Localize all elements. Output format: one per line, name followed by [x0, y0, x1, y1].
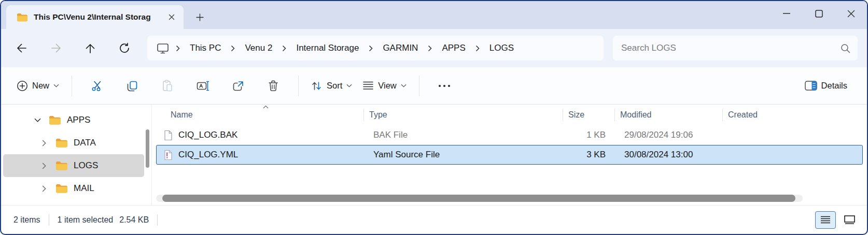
ellipsis-icon — [438, 84, 451, 87]
horizontal-scrollbar[interactable] — [156, 195, 803, 202]
share-button[interactable] — [226, 75, 250, 97]
chevron-right-icon — [475, 45, 480, 52]
cut-icon — [91, 80, 103, 92]
titlebar: This PC\Venu 2\Internal Storag — [1, 1, 867, 29]
folder-icon — [55, 138, 67, 148]
file-name: CIQ_LOG.BAK — [178, 130, 237, 140]
trash-icon — [268, 80, 278, 92]
more-options-button[interactable] — [432, 75, 457, 97]
chevron-right-icon — [282, 45, 286, 52]
column-headers: Name Type Size Modified Created — [152, 105, 867, 125]
breadcrumb-item-apps[interactable]: APPS — [439, 40, 468, 56]
details-view-toggle[interactable] — [815, 211, 836, 229]
chevron-right-icon — [231, 45, 235, 52]
chevron-right-icon[interactable] — [40, 163, 48, 169]
folder-icon — [55, 184, 67, 193]
column-header-type[interactable]: Type — [363, 109, 563, 121]
file-name: CIQ_LOG.YML — [178, 150, 238, 160]
refresh-icon[interactable] — [113, 37, 136, 60]
explorer-tab[interactable]: This PC\Venu 2\Internal Storag — [6, 5, 184, 29]
folder-icon — [55, 161, 67, 170]
maximize-button[interactable] — [803, 2, 835, 25]
toolbar: New — [1, 67, 867, 105]
file-modified: 30/08/2024 13:00 — [619, 150, 727, 160]
back-icon[interactable] — [10, 37, 33, 60]
new-button[interactable]: New — [11, 75, 64, 97]
sidebar-item-mail[interactable]: MAIL — [3, 177, 144, 200]
sidebar-item-apps[interactable]: APPS — [3, 109, 144, 131]
sidebar-item-data[interactable]: DATA — [3, 131, 144, 154]
share-icon — [232, 80, 244, 92]
view-button-label: View — [378, 81, 396, 91]
details-button-label: Details — [821, 81, 847, 91]
large-icons-view-icon — [844, 215, 855, 224]
chevron-right-icon[interactable] — [40, 185, 48, 192]
chevron-right-icon — [176, 45, 180, 52]
sidebar-scrollbar[interactable] — [146, 129, 149, 168]
status-divider — [49, 214, 49, 226]
up-icon[interactable] — [79, 37, 102, 60]
sort-button[interactable]: Sort — [306, 75, 357, 97]
copy-button[interactable] — [120, 75, 145, 97]
breadcrumb-item-garmin[interactable]: GARMIN — [380, 40, 421, 56]
breadcrumb-item-venu-2[interactable]: Venu 2 — [242, 40, 275, 56]
column-header-created[interactable]: Created — [722, 109, 867, 121]
sidebar-item-label: DATA — [74, 138, 96, 148]
this-pc-icon[interactable] — [157, 43, 169, 54]
column-header-name[interactable]: Name — [152, 109, 363, 121]
new-tab-button[interactable] — [191, 8, 208, 26]
view-lines-icon — [362, 81, 374, 90]
selection-size: 2.54 KB — [119, 215, 149, 225]
sort-icon — [311, 81, 323, 91]
breadcrumb[interactable]: This PC Venu 2 Internal Storage GARMIN A… — [147, 36, 604, 61]
search-icon[interactable] — [841, 43, 850, 53]
rename-button[interactable] — [190, 75, 215, 97]
details-pane-icon — [805, 81, 817, 91]
table-row-ciq-log-bak[interactable]: CIQ_LOG.BAK BAK File 1 KB 29/08/2024 19:… — [156, 125, 863, 145]
delete-button[interactable] — [261, 75, 286, 97]
chevron-down-icon[interactable] — [33, 118, 41, 122]
sidebar-item-label: APPS — [67, 115, 90, 125]
file-icon — [164, 130, 173, 141]
file-modified: 29/08/2024 19:06 — [619, 130, 727, 140]
large-icons-view-toggle[interactable] — [839, 211, 860, 229]
breadcrumb-item-logs[interactable]: LOGS — [486, 40, 517, 56]
sidebar-item-logs[interactable]: LOGS — [3, 154, 144, 177]
close-button[interactable] — [835, 2, 867, 25]
sidebar-item-label: LOGS — [74, 160, 98, 171]
selection-count: 1 item selected — [58, 215, 114, 225]
cut-button[interactable] — [85, 75, 109, 97]
new-button-label: New — [32, 81, 49, 91]
paste-button[interactable] — [155, 75, 180, 97]
horizontal-scrollbar-thumb[interactable] — [162, 195, 795, 202]
tab-close-icon[interactable] — [165, 10, 178, 24]
view-button[interactable]: View — [357, 75, 411, 97]
details-button[interactable]: Details — [800, 75, 857, 97]
table-row-ciq-log-yml[interactable]: CIQ_LOG.YML Yaml Source File 3 KB 30/08/… — [156, 145, 863, 165]
tab-title: This PC\Venu 2\Internal Storag — [34, 12, 165, 22]
chevron-right-icon — [428, 45, 432, 52]
copy-icon — [127, 80, 138, 92]
chevron-down-icon — [346, 84, 352, 87]
search-input[interactable] — [621, 43, 841, 53]
toolbar-divider — [419, 76, 419, 96]
column-header-size[interactable]: Size — [563, 109, 614, 121]
breadcrumb-item-this-pc[interactable]: This PC — [187, 40, 224, 56]
chevron-right-icon[interactable] — [40, 140, 48, 146]
folder-icon — [17, 13, 27, 22]
sort-ascending-caret-icon — [263, 105, 269, 109]
search-box — [613, 36, 858, 61]
file-list: Name Type Size Modified Created CIQ_LOG.… — [151, 105, 867, 205]
status-divider — [157, 214, 158, 226]
details-view-icon — [820, 216, 831, 224]
folder-icon — [49, 115, 61, 125]
column-header-modified[interactable]: Modified — [614, 109, 722, 121]
forward-icon[interactable] — [45, 37, 67, 60]
status-bar: 2 items 1 item selected 2.54 KB — [1, 205, 867, 234]
plus-circle-icon — [17, 80, 28, 92]
breadcrumb-item-internal-storage[interactable]: Internal Storage — [293, 40, 362, 56]
items-count: 2 items — [13, 215, 40, 225]
chevron-down-icon — [401, 84, 407, 87]
rename-icon — [197, 80, 209, 92]
minimize-button[interactable] — [771, 2, 803, 25]
